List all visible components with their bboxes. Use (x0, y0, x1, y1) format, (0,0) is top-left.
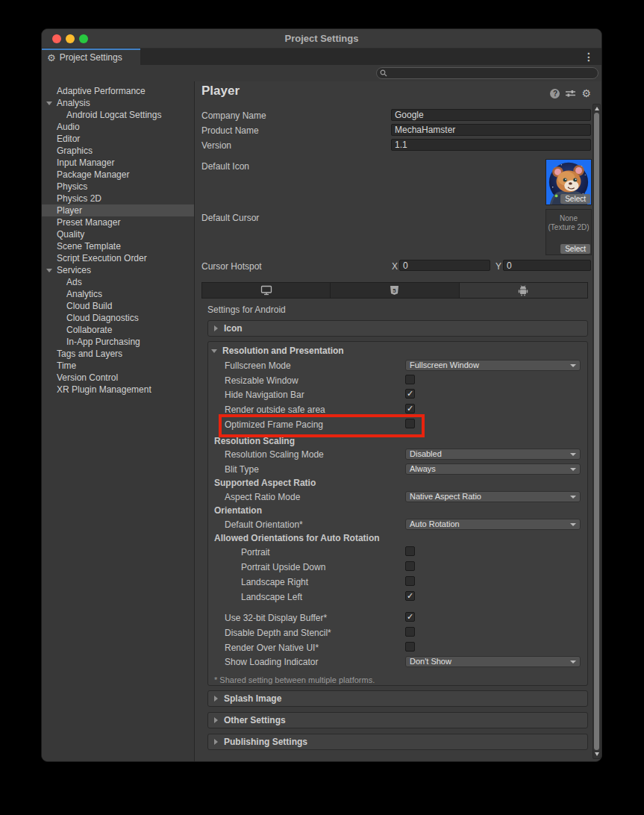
shared-setting-footnote: * Shared setting between multiple platfo… (214, 675, 375, 684)
blit-type-dropdown[interactable]: Always (405, 463, 581, 475)
svg-text:5: 5 (393, 287, 397, 294)
resolution-scaling-mode-dropdown[interactable]: Disabled (405, 449, 581, 460)
resolution-section-header[interactable]: Resolution and Presentation (211, 346, 344, 356)
sidebar-item-package-manager[interactable]: Package Manager (42, 169, 194, 181)
sidebar-item-editor[interactable]: Editor (42, 133, 194, 145)
sidebar-item-tags-and-layers[interactable]: Tags and Layers (42, 348, 194, 360)
search-input[interactable] (389, 68, 595, 78)
default-cursor-select-button[interactable]: Select (560, 244, 590, 254)
portrait-checkbox[interactable] (405, 546, 415, 556)
titlebar: Project Settings (42, 29, 601, 49)
cursor-value-line1: None (560, 214, 578, 222)
sidebar-item-adaptive-performance[interactable]: Adaptive Performance (42, 85, 194, 97)
render-outside-safe-area-checkbox[interactable] (405, 404, 415, 413)
company-name-label: Company Name (201, 110, 266, 121)
foldout-collapsed-icon (214, 739, 218, 745)
sidebar-item-android-logcat-settings[interactable]: Android Logcat Settings (42, 109, 194, 121)
sidebar-item-collaborate[interactable]: Collaborate (42, 324, 194, 336)
sidebar-item-in-app-purchasing[interactable]: In-App Purchasing (42, 336, 194, 348)
version-label: Version (201, 140, 231, 151)
tab-project-settings[interactable]: ⚙ Project Settings (42, 49, 140, 65)
sidebar-item-analytics[interactable]: Analytics (42, 288, 194, 300)
sidebar-item-time[interactable]: Time (42, 360, 194, 372)
presets-icon[interactable] (566, 89, 575, 98)
sidebar-item-graphics[interactable]: Graphics (42, 145, 194, 157)
foldout-collapsed-icon (214, 717, 218, 723)
editor-tab-strip: ⚙ Project Settings ⋮ (42, 49, 601, 65)
sidebar-item-physics[interactable]: Physics (42, 181, 194, 193)
disable-depth-and-stencil-checkbox[interactable] (405, 627, 415, 637)
optimized-frame-pacing-checkbox[interactable] (405, 419, 415, 428)
foldout-expanded-icon[interactable] (46, 269, 52, 272)
foldout-expanded-icon[interactable] (46, 102, 52, 105)
row-fullscreen-mode: Fullscreen Mode Fullscreen Window (208, 360, 583, 372)
scroll-down-arrow-icon[interactable] (595, 752, 599, 756)
sidebar-item-cloud-diagnostics[interactable]: Cloud Diagnostics (42, 312, 194, 324)
row-landscape-right: Landscape Right (208, 576, 583, 588)
sidebar-item-scene-template[interactable]: Scene Template (42, 240, 194, 252)
platform-tab-bar: 5 (201, 282, 588, 299)
sidebar-item-cloud-build[interactable]: Cloud Build (42, 300, 194, 312)
landscape-right-checkbox[interactable] (405, 576, 415, 586)
kebab-menu-icon[interactable]: ⋮ (584, 51, 594, 63)
sidebar-item-preset-manager[interactable]: Preset Manager (42, 216, 194, 228)
show-loading-indicator-dropdown[interactable]: Don't Show (405, 656, 581, 667)
resizable-window-checkbox[interactable] (405, 375, 415, 384)
hotspot-x-field[interactable] (399, 260, 490, 271)
default-icon-select-button[interactable]: Select (560, 194, 590, 204)
use-32bit-display-buffer-checkbox[interactable] (405, 612, 415, 622)
subheader-allowed-orientations: Allowed Orientations for Auto Rotation (214, 533, 380, 543)
sidebar-item-ads[interactable]: Ads (42, 276, 194, 288)
product-name-label: Product Name (201, 125, 259, 136)
row-blit-type: Blit Type Always (208, 463, 583, 475)
row-resolution-scaling-mode: Resolution Scaling Mode Disabled (208, 449, 583, 460)
sidebar-item-quality[interactable]: Quality (42, 228, 194, 240)
render-over-native-ui-checkbox[interactable] (405, 642, 415, 652)
default-icon-label: Default Icon (201, 161, 249, 172)
sidebar-item-version-control[interactable]: Version Control (42, 372, 194, 384)
default-icon-thumbnail[interactable]: Select (545, 159, 592, 205)
sidebar-item-script-execution-order[interactable]: Script Execution Order (42, 252, 194, 264)
chevron-down-icon (570, 496, 576, 499)
sidebar-item-services[interactable]: Services (42, 264, 194, 276)
subheader-orientation: Orientation (214, 505, 262, 516)
tab-label: Project Settings (60, 52, 122, 63)
settings-gear-icon[interactable]: ⚙ (581, 88, 591, 99)
default-cursor-well[interactable]: None (Texture 2D) Select (545, 209, 592, 255)
platform-tab-webgl[interactable]: 5 (331, 283, 459, 298)
aspect-ratio-mode-dropdown[interactable]: Native Aspect Ratio (405, 491, 581, 502)
sidebar-item-physics-2d[interactable]: Physics 2D (42, 193, 194, 204)
vertical-scrollbar[interactable] (593, 104, 601, 759)
default-orientation-dropdown[interactable]: Auto Rotation (405, 519, 581, 530)
hotspot-y-field[interactable] (503, 260, 591, 271)
product-name-field[interactable] (391, 124, 591, 136)
help-icon[interactable]: ? (550, 89, 560, 99)
sidebar-item-input-manager[interactable]: Input Manager (42, 157, 194, 169)
sidebar-item-player[interactable]: Player (42, 204, 194, 216)
subheader-resolution-scaling: Resolution Scaling (214, 436, 295, 446)
section-icon[interactable]: Icon (207, 320, 588, 337)
scrollbar-thumb[interactable] (594, 113, 599, 750)
section-publishing-settings[interactable]: Publishing Settings (207, 734, 588, 750)
landscape-left-checkbox[interactable] (405, 591, 415, 601)
row-show-loading-indicator: Show Loading Indicator Don't Show (208, 656, 583, 668)
hide-navigation-bar-checkbox[interactable] (405, 389, 415, 399)
row-portrait: Portrait (208, 546, 583, 558)
portrait-upside-down-checkbox[interactable] (405, 561, 415, 571)
sidebar-item-xr-plugin-management[interactable]: XR Plugin Management (42, 384, 194, 396)
company-name-field[interactable] (391, 109, 591, 121)
sidebar-item-audio[interactable]: Audio (42, 121, 194, 133)
version-field[interactable] (391, 139, 591, 151)
foldout-expanded-icon (211, 349, 217, 353)
sidebar-item-analysis[interactable]: Analysis (42, 97, 194, 109)
search-icon (380, 69, 387, 77)
section-splash-image[interactable]: Splash Image (207, 690, 588, 707)
row-aspect-ratio-mode: Aspect Ratio Mode Native Aspect Ratio (208, 491, 583, 503)
cursor-value-line2: (Texture 2D) (548, 223, 589, 231)
section-other-settings[interactable]: Other Settings (207, 712, 588, 728)
search-box[interactable] (376, 67, 598, 79)
fullscreen-mode-dropdown[interactable]: Fullscreen Window (405, 360, 581, 371)
scroll-up-arrow-icon[interactable] (595, 107, 599, 110)
platform-tab-standalone[interactable] (202, 283, 331, 298)
platform-tab-android[interactable] (460, 283, 587, 298)
